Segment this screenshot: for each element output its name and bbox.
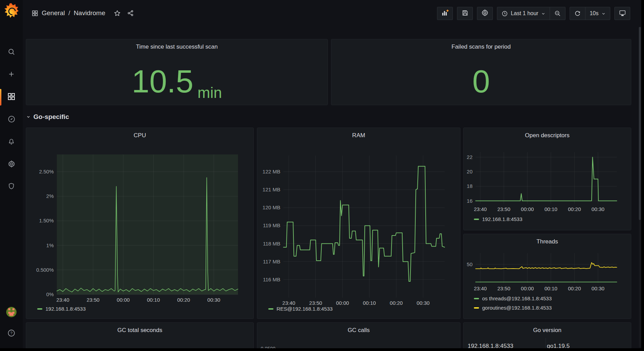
svg-text:00:10: 00:10 bbox=[544, 285, 558, 291]
panel-gc-calls: GC calls 0.0500 bbox=[257, 322, 460, 351]
svg-text:00:10: 00:10 bbox=[544, 206, 558, 212]
avatar[interactable] bbox=[6, 307, 17, 317]
svg-text:2%: 2% bbox=[46, 193, 54, 199]
tv-mode-button[interactable] bbox=[614, 7, 630, 20]
panel-title[interactable]: Time since last successful scan bbox=[26, 43, 328, 50]
svg-text:118 MB: 118 MB bbox=[263, 241, 280, 247]
svg-text:00:30: 00:30 bbox=[592, 285, 605, 291]
svg-text:00:10: 00:10 bbox=[147, 297, 160, 303]
breadcrumb-folder[interactable]: General bbox=[42, 9, 65, 17]
svg-text:00:00: 00:00 bbox=[521, 206, 534, 212]
time-range-button[interactable]: Last 1 hour bbox=[497, 7, 550, 20]
svg-text:23:40: 23:40 bbox=[474, 206, 487, 212]
scrollbar[interactable] bbox=[639, 27, 641, 348]
grafana-dashboard: ? General / Navidrome bbox=[0, 0, 644, 351]
add-panel-button[interactable] bbox=[437, 7, 453, 20]
share-icon[interactable] bbox=[127, 10, 134, 17]
legend-swatch bbox=[474, 307, 479, 309]
section-row-go-specific[interactable]: Go-specific bbox=[26, 113, 69, 121]
save-dashboard-button[interactable] bbox=[457, 7, 473, 20]
window-edge-bottom bbox=[0, 348, 644, 351]
search-icon bbox=[8, 48, 15, 57]
zoom-out-button[interactable] bbox=[550, 7, 565, 20]
legend-swatch bbox=[268, 308, 273, 310]
shield-icon bbox=[8, 182, 15, 191]
svg-text:1.50%: 1.50% bbox=[39, 218, 54, 223]
svg-text:0%: 0% bbox=[46, 291, 54, 297]
ram-chart[interactable]: 116 MB117 MB118 MB119 MB120 MB121 MB122 … bbox=[257, 128, 460, 319]
panel-cpu: CPU 0%0.500%1%1.50%2%2.50%23:4023:5000:0… bbox=[26, 128, 254, 319]
descriptors-legend: 192.168.1.8:4533 bbox=[474, 216, 522, 222]
legend-label: os threads@192.168.1.8:4533 bbox=[482, 295, 552, 301]
dashboard-settings-button[interactable] bbox=[477, 7, 493, 20]
refresh-button[interactable] bbox=[570, 7, 585, 20]
sidebar-item-create[interactable] bbox=[0, 65, 23, 84]
panel-title[interactable]: Go version bbox=[464, 327, 631, 334]
grafana-logo[interactable] bbox=[4, 3, 19, 18]
svg-text:122 MB: 122 MB bbox=[262, 169, 280, 174]
svg-text:23:50: 23:50 bbox=[497, 285, 510, 291]
svg-text:23:40: 23:40 bbox=[474, 285, 487, 291]
ram-legend: RES@192.168.1.8:4533 bbox=[268, 306, 333, 312]
svg-text:00:10: 00:10 bbox=[363, 300, 376, 306]
panel-title[interactable]: GC total seconds bbox=[26, 327, 253, 334]
dashboard-toolbar: Last 1 hour 10s bbox=[437, 7, 630, 20]
sidebar-item-alerting[interactable] bbox=[0, 132, 23, 152]
legend-item[interactable]: os threads@192.168.1.8:4533 bbox=[474, 295, 552, 301]
panel-title[interactable]: Failed scans for period bbox=[331, 43, 631, 50]
threads-legend: os threads@192.168.1.8:4533 goroutines@1… bbox=[474, 295, 552, 311]
avatar-pixels bbox=[8, 308, 10, 310]
refresh-interval-button[interactable]: 10s bbox=[585, 7, 610, 20]
legend-item[interactable]: goroutines@192.168.1.8:4533 bbox=[474, 305, 552, 311]
svg-text:?: ? bbox=[10, 331, 12, 335]
cpu-legend: 192.168.1.8:4533 bbox=[37, 306, 86, 312]
svg-text:00:20: 00:20 bbox=[390, 300, 403, 306]
svg-text:23:40: 23:40 bbox=[282, 300, 295, 306]
svg-text:120 MB: 120 MB bbox=[262, 204, 280, 210]
sidebar-item-help[interactable]: ? bbox=[0, 324, 23, 343]
panel-scan-time: Time since last successful scan 10.5 min bbox=[26, 39, 328, 105]
svg-text:00:00: 00:00 bbox=[117, 297, 130, 303]
sidebar: ? bbox=[0, 0, 23, 351]
svg-text:0.500%: 0.500% bbox=[36, 267, 54, 273]
bell-icon bbox=[8, 138, 15, 147]
legend-item[interactable]: 192.168.1.8:4533 bbox=[474, 216, 522, 222]
star-icon[interactable] bbox=[114, 10, 121, 17]
sidebar-item-explore[interactable] bbox=[0, 110, 23, 129]
sidebar-item-dashboards[interactable] bbox=[0, 88, 23, 107]
sidebar-item-configuration[interactable] bbox=[0, 155, 23, 174]
section-go-specific-label: Go-specific bbox=[33, 113, 69, 120]
tv-mode-icon bbox=[619, 9, 626, 18]
svg-text:18: 18 bbox=[467, 183, 472, 189]
svg-text:00:00: 00:00 bbox=[521, 285, 534, 291]
chevron-down-icon bbox=[26, 113, 31, 121]
stat-unit: min bbox=[198, 84, 222, 101]
compass-icon bbox=[8, 115, 15, 124]
scrollbar-thumb[interactable] bbox=[639, 27, 641, 220]
cpu-chart[interactable]: 0%0.500%1%1.50%2%2.50%23:4023:5000:0000:… bbox=[26, 128, 253, 319]
legend-label: RES@192.168.1.8:4533 bbox=[277, 306, 333, 312]
dashboard-settings-icon bbox=[481, 9, 489, 18]
svg-text:00:20: 00:20 bbox=[568, 285, 581, 291]
svg-text:119 MB: 119 MB bbox=[263, 222, 280, 228]
gear-icon bbox=[8, 160, 15, 169]
time-range-label: Last 1 hour bbox=[511, 10, 538, 17]
legend-item[interactable]: RES@192.168.1.8:4533 bbox=[268, 306, 333, 312]
panel-failed-scans: Failed scans for period 0 bbox=[331, 39, 631, 105]
svg-text:23:50: 23:50 bbox=[86, 297, 100, 303]
breadcrumb-dashboard[interactable]: Navidrome bbox=[74, 9, 105, 17]
refresh-caret-icon bbox=[601, 11, 606, 16]
descriptors-chart[interactable]: 1618202223:4023:5000:0000:1000:2000:30 bbox=[464, 128, 631, 230]
legend-item[interactable]: 192.168.1.8:4533 bbox=[37, 306, 86, 312]
panel-threads: Threads 5023:4023:5000:0000:1000:2000:30… bbox=[463, 234, 631, 319]
sidebar-item-server-admin[interactable] bbox=[0, 177, 23, 197]
svg-text:16: 16 bbox=[467, 198, 472, 204]
svg-text:1%: 1% bbox=[46, 242, 54, 248]
navbar: General / Navidrome Last 1 hour bbox=[23, 0, 641, 26]
panel-title[interactable]: GC calls bbox=[257, 327, 460, 334]
sidebar-item-search[interactable] bbox=[0, 43, 23, 62]
plus-icon bbox=[8, 70, 15, 79]
help-icon: ? bbox=[7, 329, 15, 339]
svg-text:23:40: 23:40 bbox=[56, 297, 70, 303]
svg-text:117 MB: 117 MB bbox=[263, 259, 280, 264]
